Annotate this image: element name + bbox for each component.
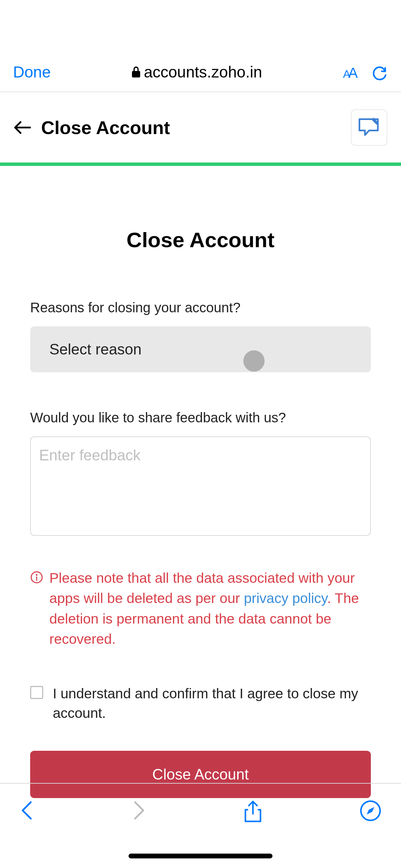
url-container[interactable]: accounts.zoho.in xyxy=(132,63,262,81)
back-arrow-icon[interactable] xyxy=(14,121,31,134)
reason-label: Reasons for closing your account? xyxy=(30,300,371,315)
reason-select[interactable]: Select reason xyxy=(30,326,371,372)
browser-controls: AA xyxy=(343,65,388,81)
touch-indicator xyxy=(243,350,265,372)
reload-icon[interactable] xyxy=(372,65,388,81)
privacy-policy-link[interactable]: privacy policy xyxy=(244,590,327,606)
main-content: Close Account Reasons for closing your a… xyxy=(0,166,401,798)
done-button[interactable]: Done xyxy=(13,63,51,81)
confirm-checkbox[interactable] xyxy=(30,686,43,699)
url-text: accounts.zoho.in xyxy=(144,63,262,81)
text-size-button[interactable]: AA xyxy=(343,65,356,81)
feedback-button[interactable] xyxy=(351,109,387,146)
nav-forward-icon xyxy=(132,800,146,821)
home-indicator[interactable] xyxy=(129,854,272,858)
info-icon xyxy=(30,571,43,584)
share-icon[interactable] xyxy=(243,800,263,823)
safari-icon[interactable] xyxy=(360,800,381,821)
warning-message: Please note that all the data associated… xyxy=(30,568,371,650)
warning-text: Please note that all the data associated… xyxy=(49,568,371,650)
lock-icon xyxy=(132,67,141,77)
feedback-textarea[interactable] xyxy=(30,436,371,536)
browser-bar: Done accounts.zoho.in AA xyxy=(0,0,401,92)
svg-point-1 xyxy=(36,574,38,576)
confirm-row: I understand and confirm that I agree to… xyxy=(30,684,371,723)
confirm-text: I understand and confirm that I agree to… xyxy=(53,684,371,723)
speech-bubble-icon xyxy=(358,118,380,137)
page-header: Close Account xyxy=(0,92,401,166)
feedback-label: Would you like to share feedback with us… xyxy=(30,410,371,425)
page-title: Close Account xyxy=(30,228,371,252)
nav-back-icon[interactable] xyxy=(20,800,34,821)
header-title: Close Account xyxy=(41,117,170,138)
